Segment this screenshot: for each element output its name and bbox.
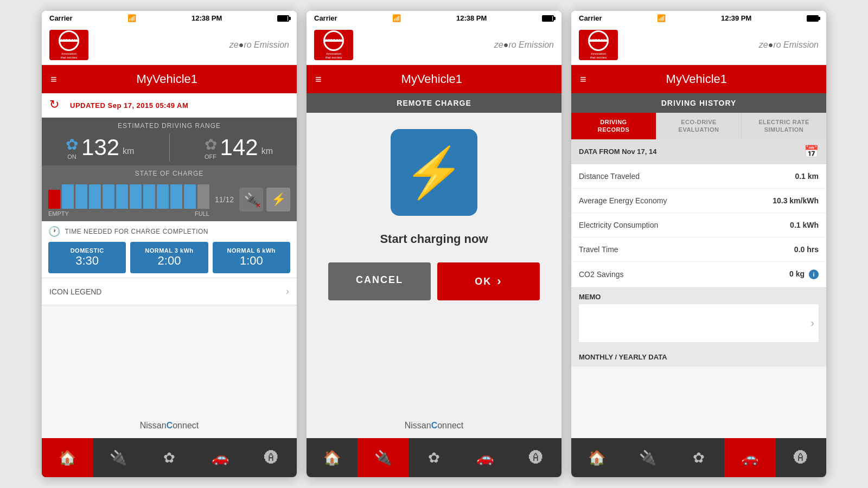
normal-6kwh-btn[interactable]: NORMAL 6 kWh 1:00 [213,242,290,273]
hamburger-menu-2[interactable]: ≡ [315,73,322,86]
charge-title: STATE OF CHARGE [48,170,290,177]
bottom-nav-3: 🏠 🔌 ✿ 🚗 🅐 [571,438,826,477]
tab-driving-records[interactable]: DRIVINGRECORDS [571,113,656,139]
charge-empty-label: EMPTY [48,210,69,217]
range-separator [169,134,170,161]
charge-full-label: FULL [195,210,209,217]
zero-emission-1: ze●ro Emission [229,40,289,50]
nav-fan-3[interactable]: ✿ [673,438,724,477]
nav-route-1[interactable]: 🅐 [246,438,297,477]
tab-electric-rate[interactable]: ELECTRIC RATESIMULATION [742,113,826,139]
phone-3: Carrier 📶 12:39 PM NISSAN Innovationthat… [571,11,826,477]
domestic-btn[interactable]: DOMESTIC 3:30 [48,242,126,273]
charge-bar-8 [157,184,169,209]
bottom-nav-2: 🏠 🔌 ✿ 🚗 🅐 [307,438,561,477]
nav-carinfo-2[interactable]: 🚗 [459,438,510,477]
stat-co2-value: 0 kg i [789,269,819,279]
remote-charge-content: ⚡ Start charging now CANCEL OK › [307,113,561,317]
icon-legend-text: ICON LEGEND [49,287,101,296]
ok-chevron-icon: › [497,274,502,288]
plug-charging-icon: ⚡ [266,188,290,211]
charge-bar-1 [62,184,74,209]
stat-electricity-label: Electricity Consumption [579,221,658,229]
nav-charge-1[interactable]: 🔌 [93,438,144,477]
nav-fan-1[interactable]: ✿ [144,438,195,477]
refresh-icon[interactable]: ↻ [49,98,65,113]
nissan-connect-2: NissanConnect [307,317,561,438]
stat-energy-label: Average Energy Economy [579,196,667,205]
normal-6kwh-label: NORMAL 6 kWh [216,247,287,254]
fan-off-group: ✿ OFF [205,136,217,160]
update-bar[interactable]: ↻ UPDATED Sep 17, 2015 05:49 AM [42,93,297,118]
nav-home-2[interactable]: 🏠 [307,438,358,477]
lightning-box: ⚡ [391,129,477,216]
normal-3kwh-time: 2:00 [133,254,205,268]
co2-info-icon[interactable]: i [809,269,819,279]
range-off-value: 142 [220,134,258,160]
memo-label: MEMO [579,293,819,301]
charge-bar-area: EMPTY FULL 11/12 🔌 ✕ ⚡ [48,182,290,217]
time-1: 12:38 PM [192,14,222,22]
fan-on-label: ON [67,153,76,160]
wifi-icon-1: 📶 [127,14,136,22]
hamburger-menu-3[interactable]: ≡ [580,73,586,86]
app-container: Carrier 📶 12:38 PM NISSAN Innovationthat… [31,0,837,488]
ok-label: OK [475,276,492,287]
nissan-header-3: NISSAN Innovationthat excites ze●ro Emis… [571,25,826,65]
nissan-tagline-1: Innovationthat excites [61,52,77,60]
ok-button[interactable]: OK › [437,262,540,300]
nissan-logo-3: NISSAN Innovationthat excites [579,30,618,60]
charge-count: 11/12 [215,195,234,204]
normal-3kwh-btn[interactable]: NORMAL 3 kWh 2:00 [130,242,208,273]
nissan-circle-2: NISSAN [323,30,344,51]
charge-bar-5 [116,184,128,209]
hamburger-menu-1[interactable]: ≡ [50,73,57,86]
stat-travel-label: Travel Time [579,245,618,254]
nav-charge-2[interactable]: 🔌 [358,438,409,477]
nav-route-2[interactable]: 🅐 [510,438,561,477]
nissan-circle-3: NISSAN [588,30,609,51]
charge-now-text: Start charging now [380,232,488,246]
stat-travel-time: Travel Time 0.0 hrs [571,237,826,262]
zero-emission-2: ze●ro Emission [494,40,554,50]
charge-bar-6 [130,184,142,209]
stat-co2: CO2 Savings 0 kg i [571,262,826,287]
fan-off-icon: ✿ [205,136,217,153]
nissan-logo-1: NISSAN Innovationthat excites [49,30,88,60]
nav-home-3[interactable]: 🏠 [571,438,622,477]
driving-range-section: ESTIMATED DRIVING RANGE ✿ ON 132 km ✿ [42,118,297,165]
lightning-bolt-icon: ⚡ [404,144,464,201]
nav-route-3[interactable]: 🅐 [775,438,826,477]
fan-on-icon: ✿ [66,136,78,153]
icon-legend[interactable]: ICON LEGEND › [42,278,297,305]
nissan-header-2: NISSAN Innovationthat excites ze●ro Emis… [307,25,561,65]
time-2: 12:38 PM [456,14,487,22]
charge-section: STATE OF CHARGE [42,165,297,221]
stat-energy: Average Energy Economy 10.3 km/kWh [571,189,826,213]
x-mark-icon: ✕ [256,202,261,209]
nav-charge-3[interactable]: 🔌 [622,438,673,477]
plug-connected-icon: 🔌 ✕ [239,188,263,211]
wifi-icon-2: 📶 [392,14,401,22]
stat-distance-value: 0.1 km [795,172,819,181]
charge-bar-11 [197,184,209,209]
battery-area-2 [542,15,554,22]
range-on-unit: km [123,146,134,160]
stat-electricity: Electricity Consumption 0.1 kWh [571,213,826,237]
nav-carinfo-3[interactable]: 🚗 [724,438,775,477]
tab-row: DRIVINGRECORDS ECO-DRIVEEVALUATION ELECT… [571,113,826,139]
nav-fan-2[interactable]: ✿ [409,438,459,477]
tab-eco-drive[interactable]: ECO-DRIVEEVALUATION [656,113,742,139]
nav-carinfo-1[interactable]: 🚗 [195,438,246,477]
memo-section: MEMO › [571,287,826,348]
cancel-button[interactable]: CANCEL [328,262,431,300]
nav-home-1[interactable]: 🏠 [42,438,93,477]
fan-off-label: OFF [205,153,216,160]
time-charge-section: 🕐 TIME NEEDED FOR CHARGE COMPLETION DOME… [42,221,297,278]
nissan-tagline-2: Innovationthat excites [326,52,342,60]
memo-content[interactable]: › [579,304,819,342]
calendar-icon[interactable]: 📅 [804,145,819,159]
domestic-label: DOMESTIC [52,247,123,254]
nissan-name-3: NISSAN [590,38,607,43]
nissan-tagline-3: Innovationthat excites [590,52,607,60]
